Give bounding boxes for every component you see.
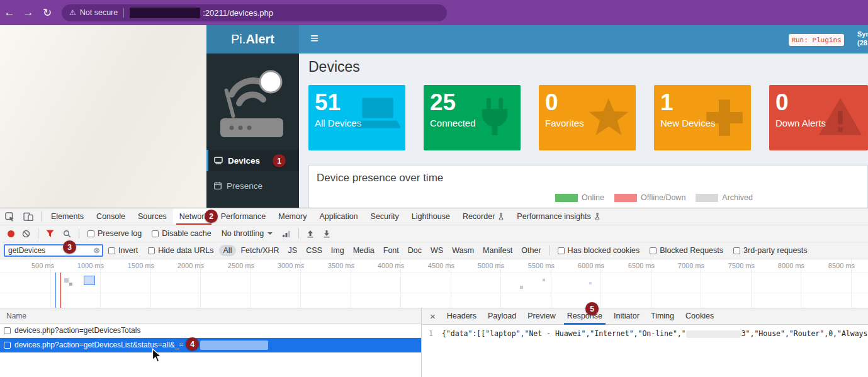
import-har-icon[interactable] [307, 230, 314, 238]
stat-card-new-devices[interactable]: 1 New Devices [654, 85, 751, 150]
checkbox[interactable] [87, 230, 94, 237]
divider [79, 228, 79, 239]
address-bar[interactable]: ⚠ Not secure :20211/devices.php [62, 4, 447, 21]
throttling-dropdown[interactable]: No throttling [222, 229, 273, 238]
checkbox[interactable] [558, 247, 565, 254]
stat-card-down-alerts[interactable]: 0 Down Alerts [769, 85, 868, 150]
filter-pill-ws[interactable]: WS [426, 245, 448, 256]
tab-performance[interactable]: Performance [215, 208, 273, 225]
page-title: Devices [308, 59, 360, 76]
legend-item-online[interactable]: Online [555, 193, 604, 202]
checkbox[interactable] [4, 327, 11, 334]
inspect-element-icon[interactable] [5, 212, 14, 222]
invert-checkbox[interactable]: Invert [108, 246, 138, 255]
tab-application[interactable]: Application [313, 208, 364, 225]
checkbox[interactable] [152, 230, 159, 237]
divider [298, 228, 299, 239]
tab-sources[interactable]: Sources [132, 208, 173, 225]
redacted-query-value [200, 340, 268, 350]
tab-headers[interactable]: Headers [441, 308, 482, 325]
response-text-after: 3","House","Router",0,"Always on" [741, 329, 868, 338]
has-blocked-cookies-checkbox[interactable]: Has blocked cookies [558, 246, 640, 255]
checkbox[interactable] [148, 247, 155, 254]
timeline-label: 4000 ms [354, 262, 404, 269]
back-button[interactable]: ← [0, 6, 19, 19]
browser-toolbar: ← → ↻ ⚠ Not secure :20211/devices.php [0, 0, 868, 25]
tab-timing[interactable]: Timing [645, 308, 680, 325]
preserve-log-checkbox[interactable]: Preserve log [87, 229, 142, 238]
tab-initiator[interactable]: Initiator [608, 308, 645, 325]
run-plugins-button[interactable]: Run: Plugins [789, 34, 844, 46]
search-icon[interactable] [63, 230, 71, 238]
tab-console[interactable]: Console [90, 208, 132, 225]
filter-pill-font[interactable]: Font [379, 245, 403, 256]
record-button[interactable] [8, 230, 14, 237]
request-list-panel: Name devices.php?action=getDevicesTotals… [0, 308, 422, 377]
reload-button[interactable]: ↻ [38, 6, 57, 20]
checkbox-label: Preserve log [98, 229, 142, 238]
stat-card-favorites[interactable]: 0 Favorites [539, 85, 636, 150]
annotation-badge-2: 2 [205, 210, 218, 223]
stat-card-connected[interactable]: 25 Connected [424, 85, 521, 150]
response-body[interactable]: 1{"data":[["laptop","Net - Huawei","Inte… [422, 325, 868, 338]
export-har-icon[interactable] [323, 230, 330, 238]
stat-card-all-devices[interactable]: 51 All Devices [308, 85, 405, 150]
app-brand[interactable]: Pi.Alert [206, 25, 299, 53]
selected-request-mark [84, 276, 95, 285]
filter-pill-js[interactable]: JS [284, 245, 302, 256]
timeline-label: 2000 ms [154, 262, 204, 269]
checkbox[interactable] [650, 247, 657, 254]
blocked-requests-checkbox[interactable]: Blocked Requests [650, 246, 723, 255]
menu-toggle-icon[interactable]: ≡ [310, 30, 318, 47]
tab-cookies[interactable]: Cookies [680, 308, 719, 325]
filter-pill-css[interactable]: CSS [302, 245, 327, 256]
device-toolbar-icon[interactable] [23, 212, 33, 221]
close-icon[interactable]: × [430, 311, 436, 322]
filter-pill-all[interactable]: All [219, 245, 237, 256]
timeline-label: 7500 ms [704, 262, 755, 269]
legend-item-offline[interactable]: Offline/Down [614, 193, 685, 202]
filter-pill-manifest[interactable]: Manifest [478, 245, 517, 256]
request-list-header[interactable]: Name [0, 308, 421, 324]
presence-panel: Device presence over time Online Offline… [308, 165, 868, 208]
filter-icon[interactable] [46, 230, 54, 237]
tab-recorder[interactable]: Recorder [456, 208, 510, 225]
checkbox[interactable] [108, 247, 115, 254]
tab-performance-insights[interactable]: Performance insights [510, 208, 606, 225]
checkbox[interactable] [733, 247, 740, 254]
clear-filter-icon[interactable]: ⊗ [93, 245, 100, 255]
line-number: 1 [429, 329, 433, 338]
legend-item-archived[interactable]: Archived [696, 193, 753, 202]
filter-pill-media[interactable]: Media [349, 245, 379, 256]
clear-icon[interactable] [22, 230, 30, 238]
filter-input[interactable] [4, 244, 103, 257]
tab-memory[interactable]: Memory [272, 208, 313, 225]
checkbox[interactable] [4, 342, 11, 349]
forward-button[interactable]: → [19, 6, 38, 19]
third-party-requests-checkbox[interactable]: 3rd-party requests [733, 246, 807, 255]
sidebar-item-presence[interactable]: Presence [206, 175, 299, 196]
tab-label: Performance insights [517, 208, 590, 225]
tab-lighthouse[interactable]: Lighthouse [405, 208, 456, 225]
tab-elements[interactable]: Elements [45, 208, 90, 225]
tab-response[interactable]: Response [561, 308, 608, 325]
timeline-label: 4500 ms [404, 262, 454, 269]
hide-data-urls-checkbox[interactable]: Hide data URLs [148, 246, 213, 255]
filter-pill-other[interactable]: Other [517, 245, 545, 256]
network-conditions-icon[interactable] [282, 230, 291, 237]
legend-swatch-online [555, 194, 578, 202]
filter-pill-fetch-xhr[interactable]: Fetch/XHR [236, 245, 283, 256]
checkbox-label: Invert [118, 246, 138, 255]
filter-pill-wasm[interactable]: Wasm [448, 245, 478, 256]
tab-preview[interactable]: Preview [522, 308, 561, 325]
network-overview-timeline[interactable]: 500 ms 1000 ms 1500 ms 2000 ms 2500 ms 3… [0, 259, 868, 308]
tab-security[interactable]: Security [364, 208, 405, 225]
request-row-selected[interactable]: devices.php?action=getDevicesList&status… [0, 338, 421, 352]
filter-pill-img[interactable]: Img [327, 245, 349, 256]
filter-pill-doc[interactable]: Doc [403, 245, 426, 256]
disable-cache-checkbox[interactable]: Disable cache [152, 229, 211, 238]
browser-viewport: Pi.Alert Devices Presence [0, 25, 868, 208]
timeline-divider [0, 293, 868, 293]
request-row[interactable]: devices.php?action=getDevicesTotals [0, 324, 421, 338]
tab-payload[interactable]: Payload [482, 308, 522, 325]
